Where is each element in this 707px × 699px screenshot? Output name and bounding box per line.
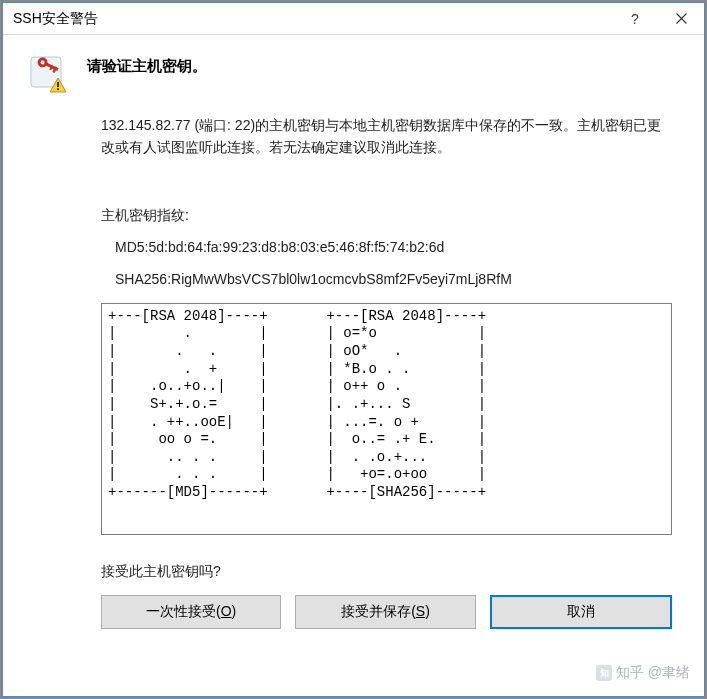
dialog-body: 请验证主机密钥。 132.145.82.77 (端口: 22)的主机密钥与本地主…	[3, 35, 704, 696]
cancel-button[interactable]: 取消	[490, 595, 672, 629]
button-row: 一次性接受(O) 接受并保存(S) 取消	[101, 595, 672, 629]
button-label: 接受并保存(S)	[341, 603, 430, 621]
ssh-warning-dialog: SSH安全警告 ?	[2, 2, 705, 697]
titlebar: SSH安全警告 ?	[3, 3, 704, 35]
warning-key-icon	[27, 53, 87, 100]
button-label: 一次性接受(O)	[146, 603, 236, 621]
randomart-box: +---[RSA 2048]----+ +---[RSA 2048]----+ …	[101, 303, 672, 535]
fingerprint-sha256: SHA256:RigMwWbsVCS7bl0lw1ocmcvbS8mf2Fv5e…	[115, 271, 672, 287]
accept-save-button[interactable]: 接受并保存(S)	[295, 595, 475, 629]
accept-once-button[interactable]: 一次性接受(O)	[101, 595, 281, 629]
zhihu-icon: 知	[596, 665, 612, 681]
accept-question: 接受此主机密钥吗?	[101, 563, 672, 581]
window-title: SSH安全警告	[13, 10, 612, 28]
svg-rect-6	[57, 82, 59, 87]
fingerprint-md5: MD5:5d:bd:64:fa:99:23:d8:b8:03:e5:46:8f:…	[115, 239, 672, 255]
help-button[interactable]: ?	[612, 3, 658, 35]
close-button[interactable]	[658, 3, 704, 35]
svg-text:知: 知	[598, 668, 608, 678]
close-icon	[676, 13, 687, 24]
fingerprint-label: 主机密钥指纹:	[101, 207, 672, 225]
warning-message: 132.145.82.77 (端口: 22)的主机密钥与本地主机密钥数据库中保存…	[101, 114, 672, 159]
heading: 请验证主机密钥。	[87, 53, 207, 76]
watermark-text: 知乎 @聿绪	[616, 664, 690, 682]
button-label: 取消	[567, 603, 595, 621]
watermark: 知 知乎 @聿绪	[596, 664, 690, 682]
svg-rect-7	[57, 88, 59, 90]
svg-rect-8	[596, 665, 612, 681]
